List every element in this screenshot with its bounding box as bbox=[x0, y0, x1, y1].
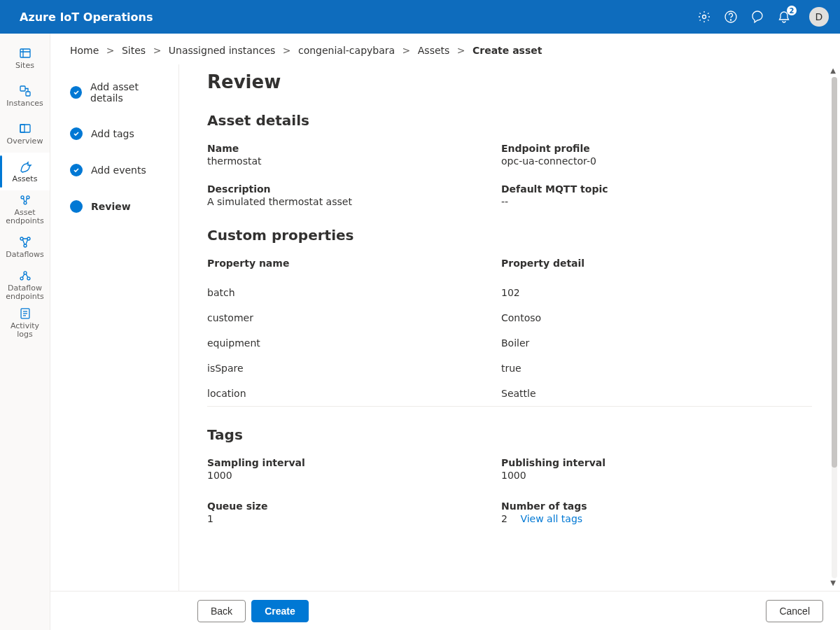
rail-item-overview[interactable]: Overview bbox=[0, 115, 50, 153]
asset-endpoints-icon bbox=[18, 193, 32, 207]
step-add-events[interactable]: Add events bbox=[70, 164, 170, 176]
rail-item-activity-logs[interactable]: Activity logs bbox=[0, 304, 50, 342]
sites-icon bbox=[18, 46, 32, 60]
label-tag-count: Number of tags bbox=[501, 500, 812, 512]
crumb-sites[interactable]: Sites bbox=[122, 45, 146, 56]
notifications-icon[interactable]: 2 bbox=[777, 10, 791, 24]
step-label: Review bbox=[91, 201, 131, 212]
rail-item-assets[interactable]: Assets bbox=[0, 153, 50, 190]
current-step-icon bbox=[70, 200, 83, 213]
rail-item-dataflow-endpoints[interactable]: Dataflow endpoints bbox=[0, 266, 50, 304]
avatar[interactable]: D bbox=[809, 7, 829, 27]
prop-detail: 102 bbox=[501, 280, 812, 305]
crumb-unassigned[interactable]: Unassigned instances bbox=[169, 45, 276, 56]
feedback-icon[interactable] bbox=[750, 10, 764, 24]
section-custom-properties: Custom properties bbox=[207, 227, 812, 244]
check-icon bbox=[70, 86, 82, 99]
col-property-detail: Property detail bbox=[501, 258, 812, 280]
prop-name: isSpare bbox=[207, 356, 501, 381]
back-button[interactable]: Back bbox=[197, 600, 246, 622]
settings-icon[interactable] bbox=[697, 10, 711, 24]
check-icon bbox=[70, 164, 83, 176]
section-tags: Tags bbox=[207, 426, 812, 443]
label-endpoint: Endpoint profile bbox=[501, 143, 812, 154]
rail-item-instances[interactable]: Instances bbox=[0, 77, 50, 115]
breadcrumb-sep: > bbox=[283, 45, 291, 56]
check-icon bbox=[70, 127, 83, 140]
label-mqtt: Default MQTT topic bbox=[501, 183, 812, 195]
step-add-tags[interactable]: Add tags bbox=[70, 127, 170, 140]
svg-rect-6 bbox=[20, 125, 30, 132]
wizard-footer: Back Create Cancel bbox=[50, 591, 840, 630]
step-label: Add events bbox=[91, 164, 146, 176]
svg-rect-3 bbox=[20, 49, 30, 57]
value-publishing: 1000 bbox=[501, 470, 812, 481]
prop-name: customer bbox=[207, 305, 501, 330]
step-review[interactable]: Review bbox=[70, 200, 170, 213]
col-property-name: Property name bbox=[207, 258, 501, 280]
breadcrumb-sep: > bbox=[402, 45, 411, 56]
label-description: Description bbox=[207, 183, 501, 195]
label-name: Name bbox=[207, 143, 501, 154]
page-title: Review bbox=[207, 71, 812, 92]
svg-point-0 bbox=[703, 15, 706, 19]
assets-icon bbox=[18, 160, 32, 174]
svg-point-8 bbox=[21, 196, 24, 199]
view-all-tags-link[interactable]: View all tags bbox=[520, 513, 582, 524]
value-queue: 1 bbox=[207, 513, 501, 524]
step-label: Add asset details bbox=[90, 81, 170, 104]
app-title: Azure IoT Operations bbox=[20, 10, 697, 24]
prop-detail: Boiler bbox=[501, 330, 812, 356]
custom-properties-table: Property name Property detail batch 102 … bbox=[207, 258, 812, 407]
create-button[interactable]: Create bbox=[251, 600, 309, 622]
value-sampling: 1000 bbox=[207, 470, 501, 481]
rail-label: Asset endpoints bbox=[1, 209, 48, 225]
topbar-actions: 2 D bbox=[697, 7, 829, 27]
dataflows-icon bbox=[18, 235, 32, 249]
rail-item-dataflows[interactable]: Dataflows bbox=[0, 228, 50, 266]
rail-item-asset-endpoints[interactable]: Asset endpoints bbox=[0, 190, 50, 228]
crumb-home[interactable]: Home bbox=[70, 45, 99, 56]
svg-point-11 bbox=[20, 237, 23, 240]
prop-detail: true bbox=[501, 356, 812, 381]
breadcrumb: Home > Sites > Unassigned instances > co… bbox=[50, 34, 840, 64]
svg-point-12 bbox=[27, 237, 30, 240]
step-add-asset-details[interactable]: Add asset details bbox=[70, 81, 170, 104]
left-rail: Sites Instances Overview Assets Asset en… bbox=[0, 34, 50, 630]
prop-name: location bbox=[207, 381, 501, 406]
rail-label: Assets bbox=[13, 175, 38, 183]
rail-label: Dataflow endpoints bbox=[1, 284, 48, 301]
scroll-down-icon[interactable]: ▼ bbox=[829, 580, 837, 588]
crumb-current: Create asset bbox=[472, 45, 542, 56]
overview-icon bbox=[18, 122, 32, 136]
scrollbar-thumb[interactable] bbox=[832, 77, 837, 468]
svg-rect-7 bbox=[20, 125, 24, 132]
activity-logs-icon bbox=[18, 307, 32, 321]
notification-badge: 2 bbox=[787, 6, 797, 15]
rail-label: Sites bbox=[15, 62, 34, 70]
breadcrumb-sep: > bbox=[106, 45, 115, 56]
section-asset-details: Asset details bbox=[207, 112, 812, 129]
rail-label: Instances bbox=[6, 99, 43, 108]
label-queue: Queue size bbox=[207, 500, 501, 512]
wizard-steps: Add asset details Add tags Add events Re… bbox=[50, 64, 179, 591]
svg-point-9 bbox=[26, 196, 29, 199]
svg-point-10 bbox=[24, 202, 27, 204]
label-publishing: Publishing interval bbox=[501, 457, 812, 468]
svg-point-2 bbox=[730, 20, 731, 20]
cancel-button[interactable]: Cancel bbox=[766, 600, 823, 622]
scroll-up-icon[interactable]: ▲ bbox=[829, 67, 837, 76]
crumb-assets[interactable]: Assets bbox=[418, 45, 450, 56]
help-icon[interactable] bbox=[724, 10, 738, 24]
value-description: A simulated thermostat asset bbox=[207, 196, 501, 207]
dataflow-endpoints-icon bbox=[18, 269, 32, 283]
topbar: Azure IoT Operations 2 D bbox=[0, 0, 840, 34]
scrollbar[interactable] bbox=[832, 77, 837, 578]
rail-label: Activity logs bbox=[1, 322, 48, 339]
value-endpoint: opc-ua-connector-0 bbox=[501, 155, 812, 167]
crumb-instance[interactable]: congenial-capybara bbox=[298, 45, 395, 56]
breadcrumb-sep: > bbox=[457, 45, 465, 56]
breadcrumb-sep: > bbox=[153, 45, 162, 56]
value-name: thermostat bbox=[207, 155, 501, 167]
rail-item-sites[interactable]: Sites bbox=[0, 39, 50, 77]
